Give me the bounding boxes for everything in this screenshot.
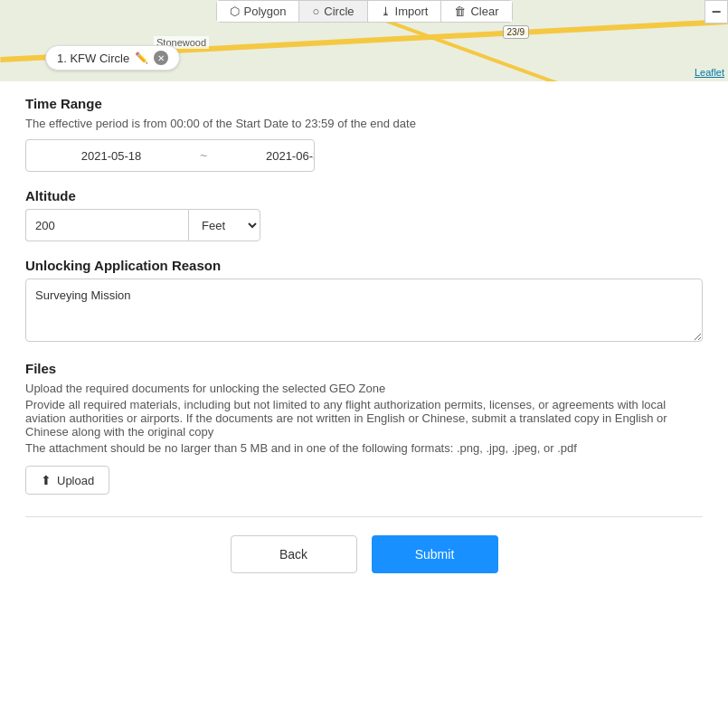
map-container: ⬡ Polygon ○ Circle ⤓ Import 🗑 Clear − St…	[0, 0, 728, 81]
altitude-input[interactable]	[25, 209, 188, 241]
reason-section: Unlocking Application Reason	[25, 258, 703, 345]
remove-zone-button[interactable]: ✕	[154, 51, 168, 65]
import-tool-button[interactable]: ⤓ Import	[368, 1, 442, 22]
files-desc1: Upload the required documents for unlock…	[25, 382, 703, 395]
reason-textarea[interactable]	[25, 279, 703, 342]
road-number-label: 23/9	[503, 25, 529, 39]
circle-icon: ○	[312, 5, 319, 18]
map-toolbar: ⬡ Polygon ○ Circle ⤓ Import 🗑 Clear	[216, 0, 513, 23]
leaflet-link[interactable]: Leaflet	[695, 67, 724, 78]
time-range-label: Time Range	[25, 96, 703, 111]
clear-icon: 🗑	[454, 5, 466, 18]
polygon-icon: ⬡	[230, 5, 240, 18]
clear-tool-button[interactable]: 🗑 Clear	[441, 1, 511, 22]
time-range-section: Time Range The effective period is from …	[25, 96, 703, 172]
files-section: Files Upload the required documents for …	[25, 361, 703, 495]
back-button[interactable]: Back	[231, 535, 357, 573]
upload-icon: ⬆	[41, 473, 52, 487]
end-date-input[interactable]	[211, 149, 315, 163]
zone-badge-text: 1. KFW Circle	[57, 52, 129, 65]
start-date-input[interactable]	[26, 149, 196, 163]
footer-divider	[25, 516, 703, 517]
circle-tool-button[interactable]: ○ Circle	[299, 1, 367, 22]
files-label: Files	[25, 361, 703, 376]
altitude-row: Feet Meters	[25, 209, 260, 241]
edit-zone-icon[interactable]: ✏️	[135, 52, 148, 64]
reason-label: Unlocking Application Reason	[25, 258, 703, 273]
zoom-out-button[interactable]: −	[704, 0, 728, 24]
files-desc2: Provide all required materials, includin…	[25, 398, 703, 439]
polygon-tool-button[interactable]: ⬡ Polygon	[217, 1, 300, 22]
altitude-unit-select[interactable]: Feet Meters	[188, 209, 260, 241]
submit-button[interactable]: Submit	[372, 535, 498, 573]
altitude-label: Altitude	[25, 188, 703, 203]
altitude-section: Altitude Feet Meters	[25, 188, 703, 241]
footer-buttons: Back Submit	[25, 535, 703, 600]
import-icon: ⤓	[381, 5, 391, 18]
date-range-container: ~	[25, 139, 315, 172]
files-desc3: The attachment should be no larger than …	[25, 441, 703, 455]
main-content: Time Range The effective period is from …	[0, 81, 728, 618]
date-separator: ~	[196, 148, 211, 163]
time-range-subtext: The effective period is from 00:00 of th…	[25, 117, 703, 130]
upload-button[interactable]: ⬆ Upload	[25, 466, 109, 495]
zone-badge: 1. KFW Circle ✏️ ✕	[45, 45, 180, 71]
